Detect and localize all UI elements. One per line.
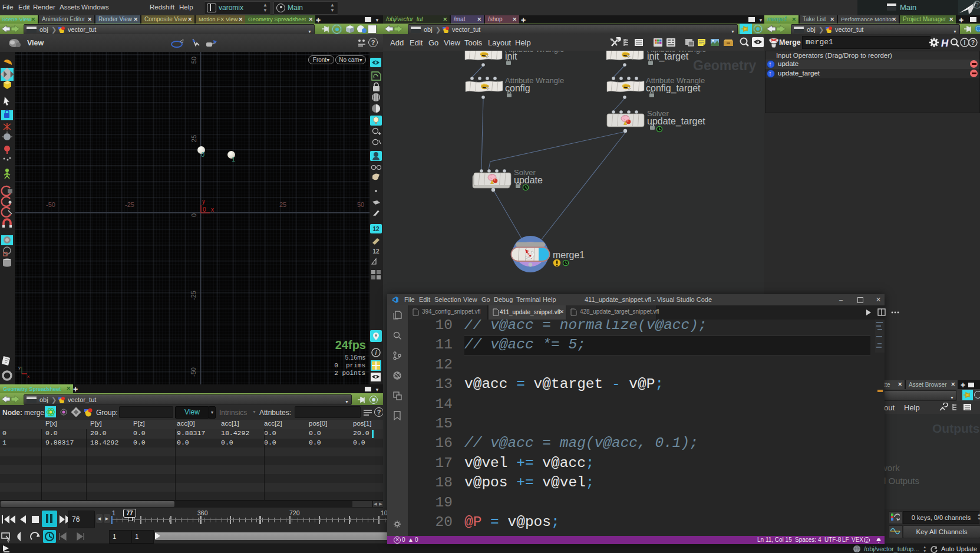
svg-text:y: y — [18, 365, 21, 370]
svg-text:12: 12 — [372, 226, 380, 232]
svg-text:y: y — [202, 198, 205, 205]
svg-text:0: 0 — [203, 206, 206, 213]
svg-text:x: x — [211, 206, 214, 213]
svg-text:12: 12 — [372, 248, 380, 255]
svg-text:?: ? — [971, 40, 975, 46]
svg-text:?: ? — [975, 2, 978, 8]
svg-text:H: H — [941, 38, 949, 49]
svg-text:x: x — [27, 374, 29, 378]
svg-text:i: i — [964, 40, 966, 46]
svg-text:i: i — [375, 350, 377, 356]
